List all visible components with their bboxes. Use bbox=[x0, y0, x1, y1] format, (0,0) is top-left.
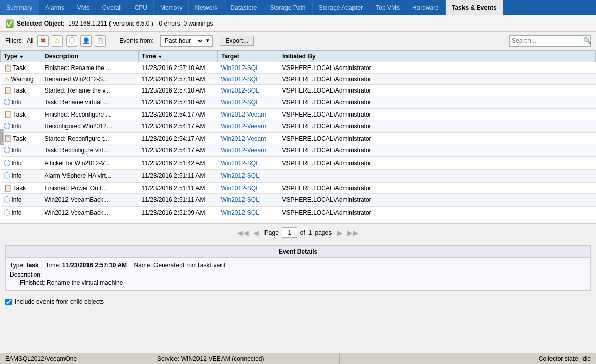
table-row[interactable]: ⓘInfoA ticket for Win2012-V...11/23/2016… bbox=[1, 157, 596, 170]
tab-datastore[interactable]: Datastore bbox=[224, 0, 263, 15]
cell-description: Started: Reconfigure t... bbox=[41, 133, 139, 144]
cell-target[interactable]: Win2012-SQL bbox=[218, 207, 279, 219]
cell-type: ⓘInfo bbox=[1, 96, 41, 109]
cell-description: Win2012-VeeamBack... bbox=[41, 207, 139, 219]
tab-network[interactable]: Network bbox=[189, 0, 224, 15]
export-button[interactable]: Export... bbox=[220, 36, 254, 46]
events-from-dropdown[interactable]: Past hour Past day Past week Past month … bbox=[160, 35, 213, 47]
table-row[interactable]: 📋TaskStarted: Rename the v...11/23/2016 … bbox=[1, 85, 596, 96]
prev-page-btn[interactable]: ◀ bbox=[251, 228, 261, 238]
filters-label: Filters: bbox=[5, 37, 24, 44]
filter-warning-btn[interactable]: ⚠ bbox=[52, 35, 63, 47]
filter-error-btn[interactable]: ✖ bbox=[37, 35, 49, 47]
cell-initiated-by: VSPHERE.LOCAL\Administrator bbox=[279, 194, 596, 207]
tab-cpu[interactable]: CPU bbox=[128, 0, 154, 15]
event-description-value: Finished: Rename the virtual machine bbox=[20, 279, 586, 286]
filters-bar: Filters: All ✖ ⚠ ⓘ 👤 📋 Events from: Past… bbox=[0, 32, 596, 50]
table-row[interactable]: ⓘInfoWin2012-VeeamBack...11/23/2016 2:51… bbox=[1, 194, 596, 207]
cell-target[interactable]: Win2012-SQL bbox=[218, 96, 279, 109]
col-target[interactable]: Target bbox=[218, 51, 279, 62]
include-child-checkbox[interactable] bbox=[5, 299, 12, 305]
table-row[interactable]: 📋TaskFinished: Power On t...11/23/2016 2… bbox=[1, 183, 596, 194]
cell-description: Reconfigured Win2012... bbox=[41, 120, 139, 133]
cell-type: ⓘInfo bbox=[1, 170, 41, 183]
cell-description: Task: Rename virtual ... bbox=[41, 96, 139, 109]
cell-time: 11/23/2016 2:54:17 AM bbox=[139, 109, 218, 120]
event-details-body: Type: task Time: 11/23/2016 2:57:10 AM N… bbox=[10, 262, 586, 269]
tab-vms[interactable]: VMs bbox=[71, 0, 96, 15]
cell-type: ⚠Warning bbox=[1, 74, 41, 85]
include-bar: Include events from child objects bbox=[0, 295, 596, 308]
cell-target[interactable]: Win2012-Veeam bbox=[218, 120, 279, 133]
table-row[interactable]: ⓘInfoAlarm 'vSphere HA virt...11/23/2016… bbox=[1, 170, 596, 183]
tab-overall[interactable]: Overall bbox=[96, 0, 128, 15]
cell-initiated-by: VSPHERE.LOCAL\Administrator bbox=[279, 109, 596, 120]
filter-user-btn[interactable]: 👤 bbox=[80, 35, 92, 47]
tab-tasks-events[interactable]: Tasks & Events bbox=[446, 0, 503, 15]
cell-initiated-by bbox=[279, 170, 596, 183]
table-row[interactable]: 📋TaskFinished: Rename the ...11/23/2016 … bbox=[1, 62, 596, 74]
cell-target[interactable]: Win2012-SQL bbox=[218, 170, 279, 183]
table-row[interactable]: ⓘInfoTask: Rename virtual ...11/23/2016 … bbox=[1, 96, 596, 109]
first-page-btn[interactable]: ◀◀ bbox=[238, 228, 248, 238]
tab-hardware[interactable]: Hardware bbox=[406, 0, 446, 15]
events-from-label: Events from: bbox=[119, 37, 153, 44]
cell-description: Finished: Reconfigure ... bbox=[41, 109, 139, 120]
cell-type: ⓘInfo bbox=[1, 144, 41, 157]
cell-target[interactable]: Win2012-Veeam bbox=[218, 133, 279, 144]
include-child-label: Include events from child objects bbox=[15, 298, 104, 305]
next-page-btn[interactable]: ▶ bbox=[335, 228, 345, 238]
tab-memory[interactable]: Memory bbox=[154, 0, 189, 15]
cell-initiated-by: VSPHERE.LOCAL\Administrator bbox=[279, 144, 596, 157]
tab-storage-adapter[interactable]: Storage Adapter bbox=[313, 0, 370, 15]
event-time-value: 11/23/2016 2:57:10 AM bbox=[62, 262, 127, 269]
cell-target[interactable]: Win2012-SQL bbox=[218, 85, 279, 96]
search-input[interactable] bbox=[512, 37, 583, 44]
table-row[interactable]: ⓘInfoWin2012-VeeamBack...11/23/2016 2:51… bbox=[1, 207, 596, 219]
cell-target[interactable]: Win2012-Veeam bbox=[218, 109, 279, 120]
search-box: 🔍 bbox=[509, 35, 591, 47]
cell-initiated-by: VSPHERE.LOCAL\Administrator bbox=[279, 74, 596, 85]
cell-description: Renamed Win2012-S... bbox=[41, 74, 139, 85]
task-icon: 📋 bbox=[97, 37, 104, 44]
cell-description: Started: Rename the v... bbox=[41, 85, 139, 96]
dropdown-arrow-icon: ▼ bbox=[205, 38, 210, 43]
resize-handle[interactable] bbox=[0, 129, 4, 145]
page-label: Page bbox=[264, 229, 279, 236]
events-from-select[interactable]: Past hour Past day Past week Past month bbox=[163, 37, 204, 45]
cell-target[interactable]: Win2012-SQL bbox=[218, 74, 279, 85]
event-description-row: Description: bbox=[10, 271, 586, 278]
cell-type: ⓘInfo bbox=[1, 194, 41, 207]
cell-description: Finished: Rename the ... bbox=[41, 62, 139, 74]
total-pages: 1 bbox=[308, 229, 312, 236]
filter-info-btn[interactable]: ⓘ bbox=[66, 35, 77, 47]
cell-target[interactable]: Win2012-SQL bbox=[218, 194, 279, 207]
tab-bar: Summary Alarms VMs Overall CPU Memory Ne… bbox=[0, 0, 596, 15]
table-row[interactable]: 📋TaskStarted: Reconfigure t...11/23/2016… bbox=[1, 133, 596, 144]
tab-top-vms[interactable]: Top VMs bbox=[369, 0, 406, 15]
pagination-bar: ◀◀ ◀ Page of 1 pages ▶ ▶▶ bbox=[0, 224, 596, 241]
col-description[interactable]: Description bbox=[41, 51, 139, 62]
events-table-container[interactable]: Type ▼ Description Time ▼ Target Initiat… bbox=[0, 50, 596, 224]
tab-alarms[interactable]: Alarms bbox=[39, 0, 71, 15]
col-time[interactable]: Time ▼ bbox=[139, 51, 218, 62]
cell-target[interactable]: Win2012-SQL bbox=[218, 62, 279, 74]
cell-time: 11/23/2016 2:57:10 AM bbox=[139, 74, 218, 85]
col-type[interactable]: Type ▼ bbox=[1, 51, 41, 62]
tab-storage-path[interactable]: Storage Path bbox=[263, 0, 312, 15]
cell-target[interactable]: Win2012-SQL bbox=[218, 183, 279, 194]
table-row[interactable]: 📋TaskFinished: Reconfigure ...11/23/2016… bbox=[1, 109, 596, 120]
col-initiated-by[interactable]: Initiated By bbox=[279, 51, 596, 62]
pages-label: pages bbox=[315, 229, 332, 236]
table-row[interactable]: ⓘInfoTask: Reconfigure virt...11/23/2016… bbox=[1, 144, 596, 157]
tab-summary[interactable]: Summary bbox=[0, 0, 39, 15]
cell-target[interactable]: Win2012-SQL bbox=[218, 157, 279, 170]
filter-task-btn[interactable]: 📋 bbox=[95, 35, 106, 47]
page-number-input[interactable] bbox=[282, 228, 297, 238]
event-details-panel: Event Details Type: task Time: 11/23/201… bbox=[5, 245, 591, 291]
table-row[interactable]: ⚠WarningRenamed Win2012-S...11/23/2016 2… bbox=[1, 74, 596, 85]
cell-initiated-by: VSPHERE.LOCAL\Administrator bbox=[279, 62, 596, 74]
table-row[interactable]: ⓘInfoReconfigured Win2012...11/23/2016 2… bbox=[1, 120, 596, 133]
last-page-btn[interactable]: ▶▶ bbox=[348, 228, 358, 238]
cell-target[interactable]: Win2012-Veeam bbox=[218, 144, 279, 157]
